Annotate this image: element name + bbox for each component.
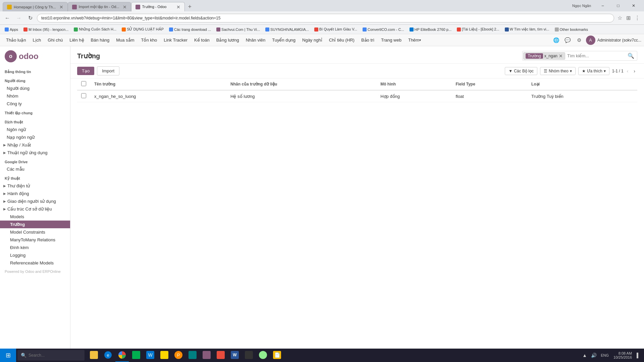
taskbar-icon-teal[interactable]: [186, 349, 199, 361]
reload-button[interactable]: ↻: [25, 13, 35, 23]
admin-label[interactable]: Administrator (sokv7cc...: [597, 38, 641, 43]
taskbar-icon-file[interactable]: 📄: [270, 349, 284, 361]
bookmark-other[interactable]: Other bookmarks: [553, 27, 590, 32]
nav-item-tuyen-dung[interactable]: Tuyển dụng: [269, 34, 299, 46]
nav-item-ke-toan[interactable]: Kế toán: [191, 34, 213, 46]
filter-button[interactable]: ▼ Các Bộ lọc: [505, 67, 537, 75]
nav-item-ton-kho[interactable]: Tồn kho: [138, 34, 160, 46]
taskbar-icon-light[interactable]: [256, 349, 270, 361]
nav-item-mua-sam[interactable]: Mua sắm: [113, 34, 138, 46]
address-input[interactable]: [37, 14, 614, 22]
row-checkbox[interactable]: [81, 93, 86, 98]
page-next-button[interactable]: ›: [632, 68, 637, 74]
nav-item-chi-tieu[interactable]: Chỉ tiêu (HR): [326, 34, 358, 46]
taskbar-icon-word[interactable]: W: [228, 349, 241, 361]
tab-close-2[interactable]: ✕: [123, 4, 127, 10]
nav-item-ban-hang[interactable]: Bán hàng: [88, 34, 113, 46]
sidebar-item-cac-mau[interactable]: Các mẫu: [0, 165, 70, 173]
taskbar-icon-chrome[interactable]: [115, 349, 129, 361]
sidebar-item-nhap-xuat[interactable]: ▶Nhập / Xuất: [0, 141, 70, 149]
new-tab-button[interactable]: +: [185, 2, 195, 11]
sidebar-item-models[interactable]: Models: [0, 213, 70, 221]
system-time[interactable]: 8:08 AM 10/25/2016: [611, 351, 634, 359]
bookmark-11[interactable]: [Tài Liệu] - [Ebook] 2...: [455, 26, 501, 32]
create-button[interactable]: Tạo: [77, 67, 94, 75]
taskbar-icon-dark[interactable]: [242, 349, 256, 361]
nav-item-bao-tri[interactable]: Bảo trì: [358, 34, 378, 46]
search-button[interactable]: 🔍: [626, 52, 636, 60]
taskbar-search-input[interactable]: [29, 353, 75, 358]
nav-item-ngay-nghi[interactable]: Ngày nghỉ: [299, 34, 326, 46]
sidebar-item-truong[interactable]: Trường: [0, 221, 70, 228]
tab-close-3[interactable]: ✕: [176, 4, 180, 10]
group-by-button[interactable]: ☰ Nhóm theo ▾: [540, 67, 576, 75]
sidebar-item-cong-ty[interactable]: Công ty: [0, 100, 70, 108]
import-button[interactable]: Import: [97, 66, 119, 75]
taskbar-icon-files[interactable]: [129, 349, 143, 361]
bookmark-7[interactable]: SUYNGHIVALAMGIA...: [263, 27, 311, 32]
page-prev-button[interactable]: ‹: [625, 68, 631, 74]
bookmark-6[interactable]: Sachvui.Com | Thu Vi...: [214, 27, 262, 32]
speaker-icon[interactable]: 🔊: [590, 351, 598, 359]
search-input[interactable]: [565, 53, 626, 59]
start-button[interactable]: ⊞: [0, 349, 16, 361]
forward-button[interactable]: →: [14, 13, 23, 23]
taskbar-icon-red[interactable]: [214, 349, 227, 361]
nav-item-thao-luan[interactable]: Thảo luận: [3, 34, 29, 46]
language-badge[interactable]: ENG: [599, 353, 610, 358]
nav-item-trang-web[interactable]: Trang web: [378, 34, 405, 46]
show-desktop-icon[interactable]: ▌: [635, 351, 641, 359]
table-row[interactable]: x_ngan_he_so_luong Hệ số lương Hợp đồng …: [77, 90, 637, 102]
minimize-button[interactable]: –: [595, 0, 610, 11]
nav-item-lien-he[interactable]: Liên hệ: [66, 34, 87, 46]
sidebar-item-referenceable[interactable]: Referenceable Models: [0, 259, 70, 267]
nav-item-lich[interactable]: Lịch: [29, 34, 44, 46]
sidebar-item-hanh-dong[interactable]: ▶Hành động: [0, 190, 70, 197]
taskbar-icon-explorer[interactable]: [87, 349, 101, 361]
bookmark-gmail[interactable]: M Inbox (95) - lengocn...: [21, 27, 70, 32]
bookmark-3[interactable]: Những Cuốn Sách H...: [72, 26, 118, 32]
maximize-button[interactable]: □: [610, 0, 626, 11]
extensions-icon[interactable]: ⊞: [625, 13, 632, 22]
bookmark-10[interactable]: HP EliteBook 2760 p...: [408, 27, 453, 32]
tab-2[interactable]: Import một tập tin - Od... ✕: [68, 2, 131, 11]
sidebar-item-cau-truc[interactable]: ▶Cấu trúc Cơ sở dữ liệu: [0, 205, 70, 213]
sidebar-item-nguoi-dung[interactable]: Người dùng: [0, 84, 70, 92]
sidebar-item-nap-ngon-ngu[interactable]: Nạp ngôn ngữ: [0, 133, 70, 141]
sidebar-item-thuat-ngu[interactable]: ▶Thuật ngữ ứng dụng: [0, 149, 70, 157]
tab-close-1[interactable]: ✕: [59, 4, 63, 10]
search-tag-close[interactable]: ✕: [559, 53, 563, 59]
back-button[interactable]: ←: [3, 13, 12, 23]
search-box[interactable]: Trường x_ngan ✕ 🔍: [522, 51, 637, 61]
tab-3[interactable]: Trường - Odoo ✕: [131, 2, 185, 11]
taskbar-icon-yellow[interactable]: [158, 349, 171, 361]
sidebar-item-model-constraints[interactable]: Model Constraints: [0, 228, 70, 236]
bookmark-4[interactable]: SỬ DỤNG LUẬT HẤP: [120, 26, 166, 32]
settings-icon[interactable]: ⚙: [575, 36, 584, 45]
taskbar-search[interactable]: 🔍: [17, 350, 85, 361]
star-icon[interactable]: ☆: [616, 13, 624, 22]
nav-item-them[interactable]: Thêm: [405, 34, 424, 46]
sidebar-item-logging[interactable]: Logging: [0, 251, 70, 259]
sidebar-item-giao-dien[interactable]: ▶Giao diện người sử dụng: [0, 197, 70, 205]
globe-icon[interactable]: 🌐: [552, 36, 561, 45]
sidebar-item-manytomany[interactable]: ManyToMany Relations: [0, 236, 70, 244]
taskbar-icon-ie[interactable]: e: [101, 349, 115, 361]
bookmark-8[interactable]: Bí Quyết Làm Giàu V...: [312, 26, 359, 32]
bookmark-12[interactable]: W Tìm việc làm, tìm vi...: [503, 26, 551, 32]
taskbar-icon-blue[interactable]: W: [144, 349, 157, 361]
menu-icon[interactable]: ⋮: [633, 13, 641, 22]
sidebar-item-thu-dien-tu[interactable]: ▶Thư điện tử: [0, 182, 70, 190]
sidebar-item-ngon-ngu[interactable]: Ngôn ngữ: [0, 126, 70, 133]
chat-icon[interactable]: 💬: [563, 36, 573, 45]
nav-item-nhan-vien[interactable]: Nhân viên: [243, 34, 269, 46]
nav-item-bang-luong[interactable]: Bảng lương: [213, 34, 243, 46]
tab-1[interactable]: Homepage | Công ty Th... ✕: [3, 2, 68, 11]
close-button[interactable]: ✕: [626, 0, 641, 11]
favorites-button[interactable]: ★ Ưa thích ▾: [578, 67, 609, 75]
nav-item-link-tracker[interactable]: Link Tracker: [160, 34, 191, 46]
bookmark-5[interactable]: Các trang download ...: [167, 27, 213, 32]
bookmark-9[interactable]: ConvertICO.com - C...: [361, 27, 406, 32]
sidebar-item-nhom[interactable]: Nhóm: [0, 92, 70, 100]
bookmark-apps[interactable]: Apps: [3, 27, 20, 32]
